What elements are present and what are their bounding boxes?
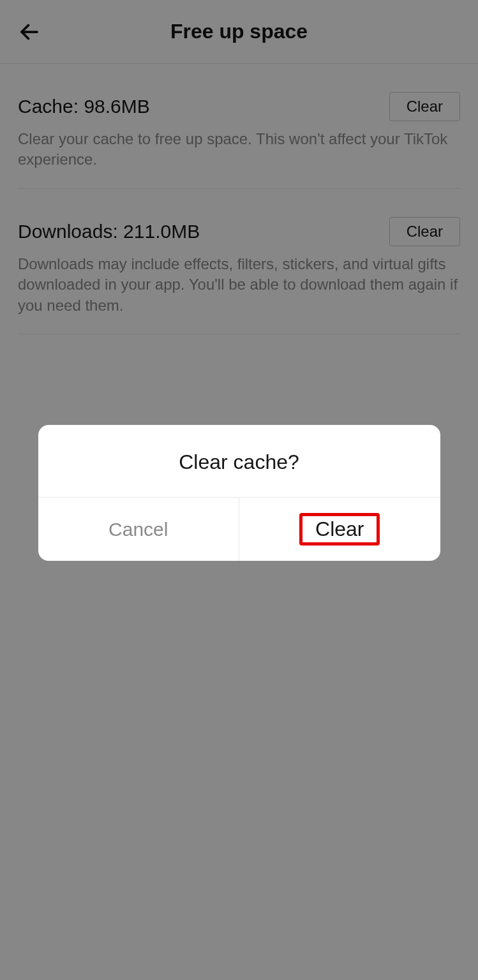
dialog-buttons: Cancel Clear bbox=[38, 497, 440, 561]
dialog-title: Clear cache? bbox=[38, 425, 440, 497]
clear-confirm-button[interactable]: Clear bbox=[239, 498, 440, 561]
clear-confirm-label: Clear bbox=[299, 513, 380, 546]
cancel-button[interactable]: Cancel bbox=[38, 498, 240, 561]
confirm-dialog: Clear cache? Cancel Clear bbox=[38, 425, 440, 561]
modal-overlay[interactable]: Clear cache? Cancel Clear bbox=[0, 0, 478, 980]
